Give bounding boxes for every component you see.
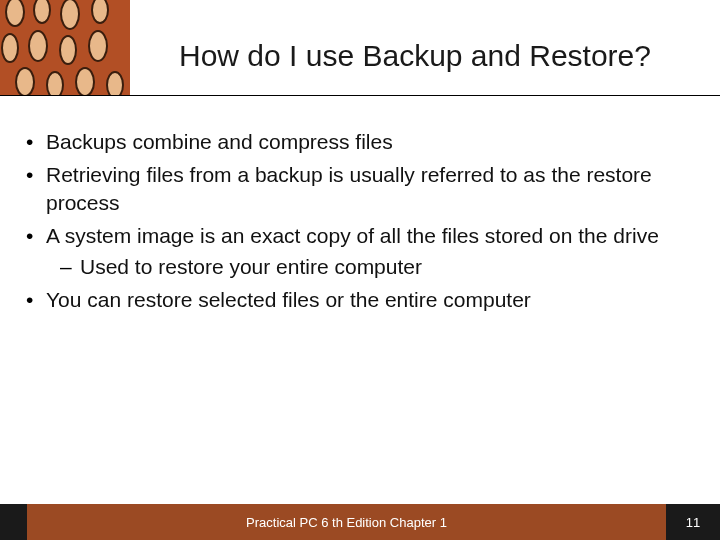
- svg-point-8: [89, 31, 107, 61]
- svg-point-5: [2, 34, 18, 62]
- svg-point-1: [6, 0, 24, 26]
- bullet-text: Retrieving files from a backup is usuall…: [46, 163, 652, 213]
- decorative-corner-image: [0, 0, 130, 95]
- slide-title: How do I use Backup and Restore?: [179, 39, 651, 73]
- sub-bullet-list: Used to restore your entire computer: [46, 253, 690, 280]
- bullet-text: Backups combine and compress files: [46, 130, 393, 153]
- slide: How do I use Backup and Restore? Backups…: [0, 0, 720, 540]
- list-item: Retrieving files from a backup is usuall…: [20, 161, 690, 216]
- list-item: A system image is an exact copy of all t…: [20, 222, 690, 281]
- bullet-text: You can restore selected files or the en…: [46, 288, 531, 311]
- list-item: You can restore selected files or the en…: [20, 286, 690, 313]
- horizontal-divider: [0, 95, 720, 96]
- svg-point-10: [47, 72, 63, 95]
- svg-point-7: [60, 36, 76, 64]
- footer-accent-left: [0, 504, 27, 540]
- footer-bar: Practical PC 6 th Edition Chapter 1 11: [0, 504, 720, 540]
- svg-point-6: [29, 31, 47, 61]
- footer-text: Practical PC 6 th Edition Chapter 1: [246, 515, 447, 530]
- list-item: Used to restore your entire computer: [46, 253, 690, 280]
- svg-point-2: [34, 0, 50, 23]
- title-area: How do I use Backup and Restore?: [130, 18, 700, 93]
- svg-point-3: [61, 0, 79, 29]
- texture-pattern-icon: [0, 0, 130, 95]
- sub-bullet-text: Used to restore your entire computer: [80, 255, 422, 278]
- list-item: Backups combine and compress files: [20, 128, 690, 155]
- footer-page-box: 11: [666, 504, 720, 540]
- svg-point-4: [92, 0, 108, 23]
- svg-point-9: [16, 68, 34, 95]
- bullet-text: A system image is an exact copy of all t…: [46, 224, 659, 247]
- svg-point-12: [107, 72, 123, 95]
- page-number: 11: [686, 515, 700, 530]
- svg-point-11: [76, 68, 94, 95]
- content-area: Backups combine and compress files Retri…: [20, 128, 690, 320]
- bullet-list: Backups combine and compress files Retri…: [20, 128, 690, 314]
- footer-center: Practical PC 6 th Edition Chapter 1: [27, 504, 666, 540]
